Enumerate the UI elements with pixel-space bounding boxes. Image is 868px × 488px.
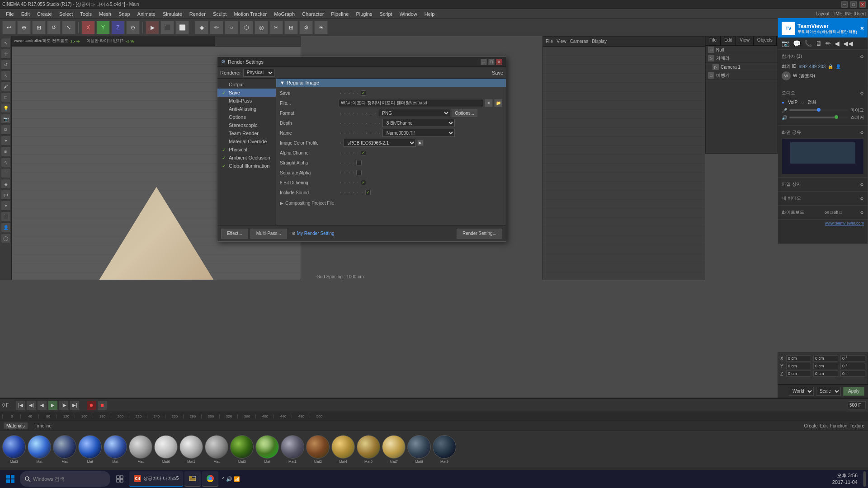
- sidebar-deform-icon[interactable]: ⧉: [1, 125, 11, 135]
- go-start-btn[interactable]: |◀: [15, 400, 25, 410]
- menu-window[interactable]: Window: [396, 10, 421, 18]
- shape8-btn[interactable]: ⚙: [299, 21, 313, 34]
- tv-whiteboard-header[interactable]: 화이트보드 on □ off □ ⚙: [782, 208, 864, 216]
- scale-select[interactable]: Scale: [816, 387, 841, 396]
- depth-select[interactable]: 8 Bit/Channel 16 Bit/Channel 32 Bit/Chan…: [382, 119, 455, 127]
- sidebar-rotate-icon[interactable]: ↺: [1, 60, 11, 70]
- tv-edit-icon[interactable]: ✏: [826, 40, 831, 47]
- sub-viewport[interactable]: File View Cameras Display: [542, 36, 705, 280]
- mat-tab-materials[interactable]: Materials: [4, 422, 28, 429]
- sidebar-camera-icon[interactable]: 📷: [1, 114, 11, 124]
- coord-x-rot[interactable]: [840, 355, 865, 361]
- apply-button[interactable]: Apply: [843, 387, 864, 396]
- render-nav-save[interactable]: ✓ Save: [217, 89, 276, 97]
- mat-swatch-6[interactable]: Mat6: [154, 435, 178, 464]
- obj-item-camera-parent[interactable]: ▷ 카메라: [706, 54, 777, 63]
- menu-select[interactable]: Select: [56, 10, 77, 18]
- compositing-row[interactable]: ▶ Compositing Project File: [276, 200, 506, 206]
- mat-swatch-12[interactable]: Mat2: [306, 435, 330, 464]
- tv-chat-icon[interactable]: 💬: [793, 40, 801, 47]
- effect-btn[interactable]: Effect...: [221, 229, 248, 239]
- menu-motion-tracker[interactable]: Motion Tracker: [230, 10, 270, 18]
- tv-website-link[interactable]: www.teamviewer.com: [778, 220, 868, 227]
- coord-y-rot[interactable]: [840, 363, 865, 369]
- menu-file[interactable]: File: [2, 10, 18, 18]
- tv-filebox-header[interactable]: 파일 상자 ⚙: [782, 180, 864, 188]
- sub-viewport-tab-view[interactable]: View: [557, 39, 566, 44]
- sidebar-paint-icon[interactable]: 🖌: [1, 81, 11, 91]
- tv-audio-gear[interactable]: ⚙: [860, 91, 864, 96]
- mat-create[interactable]: Create: [804, 423, 818, 428]
- tool2-btn[interactable]: ⊞: [32, 21, 46, 34]
- start-btn[interactable]: [2, 471, 19, 487]
- search-btn[interactable]: Windows 검색: [20, 471, 110, 487]
- step-back-btn[interactable]: ◀|: [26, 400, 36, 410]
- stop-btn[interactable]: ⏹: [97, 400, 107, 410]
- mat-swatch-7[interactable]: Mat1: [179, 435, 203, 464]
- shape1-btn[interactable]: ◆: [195, 21, 208, 34]
- tv-audio-header[interactable]: 오디오 ⚙: [782, 89, 864, 97]
- menu-script[interactable]: Script: [376, 10, 396, 18]
- mat-swatch-3[interactable]: Mat: [78, 435, 102, 464]
- sidebar-snake-icon[interactable]: ∿: [1, 157, 11, 167]
- axis-all-btn[interactable]: ⊙: [126, 21, 140, 34]
- tv-speaker-slider[interactable]: [835, 115, 838, 119]
- menu-mesh[interactable]: Mesh: [95, 10, 115, 18]
- straight-alpha-checkbox[interactable]: [356, 160, 362, 165]
- menu-mograph[interactable]: MoGraph: [270, 10, 298, 18]
- sidebar-particle-icon[interactable]: ✦: [1, 201, 11, 211]
- bit-dithering-checkbox[interactable]: ✓: [361, 180, 366, 185]
- coord-x-size[interactable]: [813, 355, 838, 361]
- render-nav-gi[interactable]: ✓ Global Illumination: [217, 162, 276, 170]
- play-fwd-btn[interactable]: ▶: [48, 400, 58, 410]
- menu-render[interactable]: Render: [186, 10, 209, 18]
- sidebar-floor-icon[interactable]: ⬛: [1, 211, 11, 221]
- obj-item-plane[interactable]: □ 비행기: [706, 71, 777, 80]
- menu-edit[interactable]: Edit: [18, 10, 33, 18]
- explorer-taskbar-app[interactable]: [184, 471, 201, 487]
- tv-myvideo-gear[interactable]: ⚙: [860, 196, 864, 201]
- menu-simulate[interactable]: Simulate: [159, 10, 186, 18]
- save-checkbox[interactable]: ✓: [361, 90, 366, 96]
- coord-x-pos[interactable]: [786, 355, 811, 361]
- render-nav-output[interactable]: Output: [217, 80, 276, 89]
- icp-select[interactable]: sRGB IEC61966-2.1: [344, 139, 416, 147]
- tv-share-icon[interactable]: 🖥: [816, 40, 822, 47]
- step-fwd-btn[interactable]: |▶: [59, 400, 69, 410]
- world-select[interactable]: World Object: [789, 387, 814, 396]
- render-nav-antialiasing[interactable]: Anti-Aliasing: [217, 105, 276, 113]
- render-dialog-close[interactable]: ✕: [496, 59, 502, 65]
- file-path-input[interactable]: [339, 99, 483, 107]
- mat-swatch-10[interactable]: Mat: [255, 435, 279, 464]
- mat-swatch-1[interactable]: Mat: [28, 435, 51, 464]
- mat-swatch-15[interactable]: Mat7: [382, 435, 406, 464]
- include-sound-checkbox[interactable]: ✓: [365, 190, 371, 195]
- alpha-channel-checkbox[interactable]: ✓: [361, 150, 366, 155]
- axis-x-btn[interactable]: X: [81, 21, 95, 34]
- render-nav-ao[interactable]: ✓ Ambient Occlusion: [217, 154, 276, 162]
- close-btn[interactable]: ✕: [859, 1, 866, 8]
- render3-btn[interactable]: ⬜: [175, 21, 189, 34]
- render-setting-btn[interactable]: Render Setting...: [457, 229, 502, 239]
- obj-tab-objects[interactable]: Objects: [754, 37, 777, 45]
- render-nav-options[interactable]: Options: [217, 113, 276, 121]
- render-dialog-maximize[interactable]: □: [488, 59, 495, 65]
- file-browse-btn[interactable]: 📁: [494, 99, 502, 107]
- menu-character[interactable]: Character: [298, 10, 327, 18]
- show-desktop-btn[interactable]: [863, 471, 866, 487]
- obj-tab-view[interactable]: View: [736, 37, 754, 45]
- render-nav-multipass[interactable]: Multi-Pass: [217, 97, 276, 105]
- format-options-btn[interactable]: Options...: [452, 109, 477, 117]
- menu-pipeline[interactable]: Pipeline: [327, 10, 352, 18]
- obj-item-camera1[interactable]: ▷ Camera 1: [706, 63, 777, 71]
- menu-tools[interactable]: Tools: [76, 10, 95, 18]
- render2-btn[interactable]: ⬛: [160, 21, 174, 34]
- render-nav-stereoscopic[interactable]: Stereoscopic: [217, 121, 276, 129]
- axis-z-btn[interactable]: Z: [111, 21, 125, 34]
- shape9-btn[interactable]: ☀: [314, 21, 328, 34]
- frame-count-input[interactable]: [848, 401, 866, 409]
- render-nav-teamrender[interactable]: Team Render: [217, 129, 276, 137]
- format-select[interactable]: PNG JPEG TIFF: [378, 109, 450, 117]
- tv-close-btn[interactable]: ✕: [860, 26, 864, 32]
- coord-z-size[interactable]: [813, 371, 838, 377]
